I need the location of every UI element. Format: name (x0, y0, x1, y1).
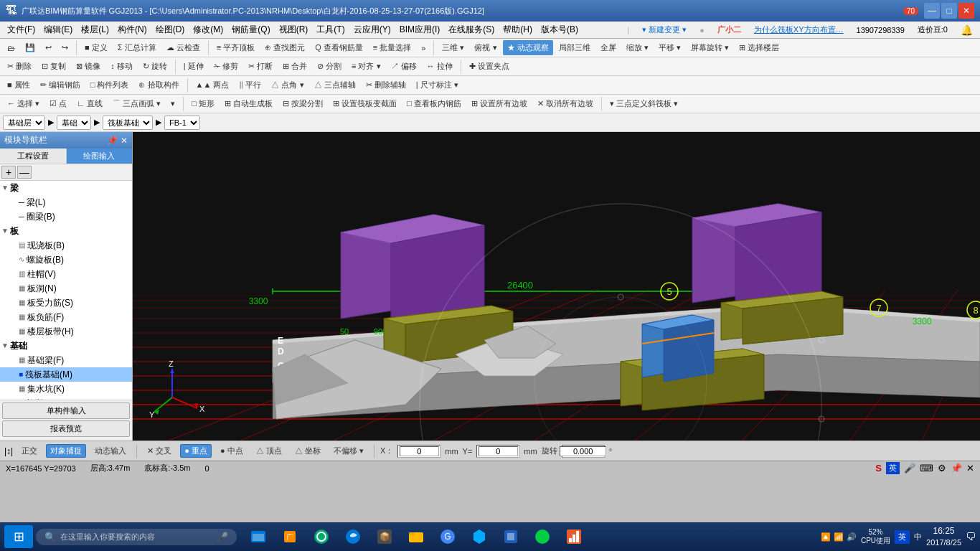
rotate-elem-btn[interactable]: ↻ 旋转 (138, 59, 171, 74)
menu-modify[interactable]: 修改(M) (189, 22, 227, 37)
layer-select-1[interactable]: 基础层 (3, 116, 45, 130)
stretch-btn[interactable]: ↔ 拉伸 (423, 59, 457, 74)
align-btn[interactable]: ≡ 对齐 ▾ (347, 59, 385, 74)
sidebar-item-raft-found[interactable]: ■ 筏板基础(M) (0, 367, 132, 382)
edit-rebar-btn[interactable]: ✏ 编辑钢筋 (36, 77, 85, 93)
key-point-btn[interactable]: ● 重点 (180, 444, 212, 458)
batch-select-btn[interactable]: ≡ 批量选择 (369, 40, 415, 55)
three-point-raft-btn[interactable]: ▾ 三点定义斜筏板 ▾ (606, 96, 682, 111)
minimize-btn[interactable]: — (924, 3, 940, 19)
sidebar-item-spiral-slab[interactable]: ∿ 螺旋板(B) (0, 253, 132, 267)
taskbar-app-folder[interactable] (403, 525, 429, 548)
rotate-input[interactable] (560, 446, 606, 456)
sidebar-item-col-cap[interactable]: ▥ 柱帽(V) (0, 267, 132, 281)
merge-btn[interactable]: ⊞ 合并 (278, 59, 311, 74)
redo-btn[interactable]: ↪ (57, 41, 72, 55)
delete-btn[interactable]: ✂ 删除 (3, 59, 36, 74)
start-button[interactable]: ⊞ (4, 525, 33, 548)
find-element-btn[interactable]: ⊕ 查找图元 (260, 40, 309, 55)
menu-online[interactable]: 在线服务(S) (444, 22, 499, 37)
viewport[interactable]: 26400 6600 3300 3300 3300 50 900 900 E D… (133, 132, 980, 441)
pin-icon2[interactable]: 📌 (951, 463, 962, 474)
view-slab-rebar-btn[interactable]: □ 查看板内钢筋 (402, 96, 466, 111)
three-point-axis-btn[interactable]: △ 三点辅轴 (310, 77, 360, 93)
select-floor-btn[interactable]: ⊞ 选择楼层 (735, 40, 783, 55)
mid-point-btn[interactable]: ● 中点 (216, 444, 248, 458)
raft-section-btn[interactable]: ⊞ 设置筏板变截面 (329, 96, 401, 111)
set-all-slope-btn[interactable]: ⊞ 设置所有边坡 (467, 96, 532, 111)
draw-more-btn[interactable]: ▾ (166, 97, 179, 110)
more-btn[interactable]: » (417, 42, 430, 55)
drawing-input-btn[interactable]: 绘图输入 (67, 149, 133, 164)
sidebar-item-found-beam[interactable]: ▦ 基础梁(F) (0, 353, 132, 367)
menu-tools[interactable]: 工具(T) (312, 22, 349, 37)
layer-select-3[interactable]: 筏板基础 (103, 116, 153, 130)
layer-select-2[interactable]: 基础 (57, 116, 91, 130)
sidebar-pin-btn[interactable]: 📌 (107, 136, 118, 146)
report-preview-btn[interactable]: 报表预览 (2, 420, 130, 437)
layer-select-4[interactable]: FB-1 (164, 116, 200, 130)
sidebar-item-slab-folder[interactable]: ▼ 板 (0, 224, 132, 238)
partial-3d-btn[interactable]: 局部三维 (555, 40, 595, 55)
properties-btn[interactable]: ■ 属性 (3, 77, 34, 93)
menu-draw[interactable]: 绘图(D) (151, 22, 189, 37)
sidebar-item-slab-rebar-s[interactable]: ▦ 板受力筋(S) (0, 296, 132, 310)
set-grip-btn[interactable]: ✚ 设置夹点 (465, 59, 514, 74)
break-btn[interactable]: ✂ 打断 (244, 59, 277, 74)
taskbar-app-store[interactable]: 📦 (372, 525, 397, 548)
sidebar-item-ring-beam[interactable]: ─ 圈梁(B) (0, 209, 132, 224)
sidebar-item-beam[interactable]: ─ 梁(L) (0, 195, 132, 209)
point-angle-btn[interactable]: △ 点角 ▾ (267, 77, 308, 93)
sidebar-item-sump[interactable]: ▦ 集水坑(K) (0, 382, 132, 396)
move-btn[interactable]: ↕ 移动 (106, 59, 137, 74)
why-link[interactable]: 为什么筏板XY方向布置… (750, 23, 848, 37)
taskbar-app-g[interactable]: G (435, 525, 461, 548)
level-top-btn[interactable]: ≡ 平齐顶板 (212, 40, 259, 55)
object-snap-btn[interactable]: 对象捕捉 (46, 444, 86, 458)
pick-elem-btn[interactable]: ⊕ 拾取构件 (134, 77, 183, 93)
line-draw-btn[interactable]: ∟ 直线 (72, 96, 107, 111)
y-input[interactable] (479, 446, 518, 456)
split-beam-btn[interactable]: ⊟ 按梁分割 (278, 96, 327, 111)
taskbar-search-box[interactable]: 🔍 在这里输入你要搜索的内容 🎤 (36, 529, 237, 545)
menu-rebar-qty[interactable]: 钢筋量(Q) (227, 22, 274, 37)
mirror-btn[interactable]: ⊠ 镜像 (72, 59, 105, 74)
split-btn[interactable]: ⊘ 分割 (313, 59, 346, 74)
summary-btn[interactable]: Σ 汇总计算 (113, 40, 161, 55)
rotate-btn[interactable]: 屏幕旋转 ▾ (687, 40, 733, 55)
cross-snap-btn[interactable]: ✕ 交叉 (143, 444, 176, 458)
topview-btn[interactable]: 俯视 ▾ (470, 40, 501, 55)
open-btn[interactable]: 🗁 (3, 42, 19, 55)
point-draw-btn[interactable]: ☑ 点 (45, 96, 71, 111)
menu-version[interactable]: 版本号(B) (537, 22, 583, 37)
sidebar-item-cast-slab[interactable]: ▤ 现浇板(B) (0, 238, 132, 253)
arc-draw-btn[interactable]: ⌒ 三点画弧 ▾ (108, 96, 165, 111)
taskbar-app-explorer[interactable] (245, 525, 271, 548)
single-element-btn[interactable]: 单构件输入 (2, 402, 130, 419)
dynamic-view-btn[interactable]: ★ 动态观察 (503, 40, 553, 55)
save-btn[interactable]: 💾 (21, 41, 39, 55)
mic-icon[interactable]: 🎤 (904, 463, 915, 474)
copy-btn[interactable]: ⊡ 复制 (37, 59, 70, 74)
maximize-btn[interactable]: □ (941, 3, 957, 19)
taskbar-app-ggj[interactable]: 广 (277, 525, 303, 548)
taskbar-app-edge[interactable] (340, 525, 366, 548)
menu-edit[interactable]: 编辑(E) (39, 22, 77, 37)
view-rebar-btn[interactable]: Q 查看钢筋量 (311, 40, 367, 55)
pan-btn[interactable]: 平移 ▾ (654, 40, 685, 55)
no-offset-btn[interactable]: 不偏移 ▾ (329, 444, 368, 458)
remove-category-btn[interactable]: — (17, 166, 32, 179)
define-btn[interactable]: ■ 定义 (80, 40, 112, 55)
taskbar-app-chart[interactable] (561, 525, 587, 548)
sidebar-item-floor-band[interactable]: ▦ 楼层板带(H) (0, 324, 132, 339)
dimension-btn[interactable]: | 尺寸标注 ▾ (412, 77, 463, 93)
orthogonal-btn[interactable]: 正交 (17, 444, 42, 458)
menu-bim[interactable]: BIM应用(I) (395, 22, 445, 37)
select-tool[interactable]: ← 选择 ▾ (3, 96, 44, 111)
menu-element[interactable]: 构件(N) (113, 22, 151, 37)
delete-axis-btn[interactable]: ✂ 删除辅轴 (362, 77, 410, 93)
add-category-btn[interactable]: + (1, 166, 16, 179)
engineering-settings-btn[interactable]: 工程设置 (0, 149, 67, 164)
sidebar-item-slab-neg-rebar[interactable]: ▦ 板负筋(F) (0, 310, 132, 324)
bell-icon[interactable]: 🔔 (956, 23, 977, 37)
